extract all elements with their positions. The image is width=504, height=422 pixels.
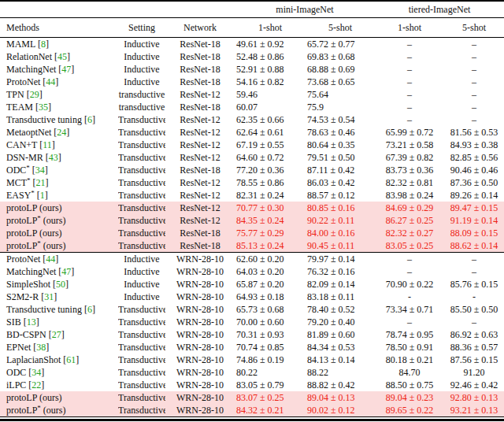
method-cell: MCT* [21]	[0, 176, 118, 189]
value-cell: 88.62 ± 0.14	[444, 239, 504, 253]
citation-link[interactable]: 35	[39, 102, 48, 113]
citation-link[interactable]: 47	[61, 64, 71, 75]
setting-cell: transductive	[118, 88, 165, 101]
citation-link[interactable]: 24	[57, 127, 66, 138]
dataset-group-header-row: mini-ImageNet tiered-ImageNet	[0, 1, 504, 18]
citation-link[interactable]: 44	[46, 254, 55, 265]
value-cell: 83.05 ± 0.25	[375, 239, 444, 253]
method-cell: protoLP* (ours)	[0, 404, 118, 417]
method-cell: ODC* [34]	[0, 164, 118, 176]
citation-link[interactable]: 43	[49, 152, 58, 163]
setting-cell: Transductive	[118, 404, 165, 417]
value-cell: 80.85 ± 0.16	[306, 202, 375, 214]
setting-cell: Transductive	[118, 214, 165, 227]
value-cell: 70.74 ± 0.85	[235, 341, 306, 354]
citation-link[interactable]: 34	[35, 165, 45, 176]
col-header-network: Network	[165, 18, 235, 38]
setting-cell: Inductive	[118, 278, 165, 291]
citation-link[interactable]: 31	[44, 291, 54, 302]
citation-link[interactable]: 27	[52, 329, 61, 340]
value-cell: –	[444, 76, 504, 88]
setting-cell: Transductive	[118, 391, 165, 404]
value-cell: 92.80 ± 0.13	[444, 391, 504, 404]
value-cell: 83.73 ± 0.36	[375, 164, 444, 176]
citation-link[interactable]: 1	[40, 190, 45, 201]
value-cell: 64.03 ± 0.20	[235, 265, 306, 278]
table-row: protoLP* (ours)TransductiveResNet-1885.1…	[0, 239, 504, 253]
value-cell: 84.93 ± 0.38	[444, 139, 504, 151]
setting-cell: Transductive	[118, 164, 165, 176]
citation-link[interactable]: 6	[87, 304, 92, 315]
value-cell: 87.36 ± 0.50	[444, 176, 504, 189]
column-header-row: Methods Setting Network 1-shot 5-shot 1-…	[0, 18, 504, 38]
citation-link[interactable]: 50	[56, 279, 65, 290]
citation-link[interactable]: 22	[32, 379, 41, 391]
value-cell: 90.45 ± 0.11	[306, 239, 375, 253]
value-cell: 77.20 ± 0.36	[235, 164, 306, 176]
value-cell: –	[444, 316, 504, 328]
method-cell: Transductive tuning [6]	[0, 113, 118, 126]
citation-link[interactable]: 34	[32, 367, 41, 378]
value-cell: 54.16 ± 0.82	[235, 76, 306, 88]
value-cell: 60.07	[235, 101, 306, 113]
method-cell: EASY* [1]	[0, 189, 118, 202]
table-row: ProtoNet [44]InductiveResNet-1854.16 ± 0…	[0, 76, 504, 88]
citation-link[interactable]: 38	[36, 342, 46, 353]
table-row: MatchingNet [47]InductiveWRN-28-1064.03 …	[0, 265, 504, 278]
network-cell: ResNet-12	[165, 202, 235, 214]
value-cell: –	[444, 63, 504, 76]
citation-link[interactable]: 6	[87, 114, 92, 125]
setting-cell: Inductive	[118, 76, 165, 88]
results-table: mini-ImageNet tiered-ImageNet Methods Se…	[0, 0, 504, 417]
citation-link[interactable]: 45	[57, 51, 67, 62]
value-cell: –	[444, 253, 504, 266]
value-cell: 85.13 ± 0.24	[235, 239, 306, 253]
method-cell: S2M2-R [31]	[0, 291, 118, 303]
setting-cell: Transductive	[118, 239, 165, 253]
method-cell: BD-CSPN [27]	[0, 328, 118, 341]
value-cell: 88.50 ± 0.75	[375, 379, 444, 391]
network-cell: ResNet-12	[165, 126, 235, 139]
value-cell: 68.88 ± 0.69	[306, 63, 375, 76]
method-cell: Transductive tuning [6]	[0, 303, 118, 316]
value-cell: 73.21 ± 0.58	[375, 139, 444, 151]
value-cell: –	[444, 113, 504, 126]
value-cell: 84.35 ± 0.24	[235, 214, 306, 227]
method-cell: LaplacianShot [61]	[0, 354, 118, 366]
network-cell: ResNet-12	[165, 151, 235, 164]
method-cell: DSN-MR [43]	[0, 151, 118, 164]
citation-link[interactable]: 13	[27, 316, 36, 328]
value-cell: 84.70	[375, 366, 444, 379]
citation-link[interactable]: 21	[36, 177, 46, 188]
network-cell: ResNet-18	[165, 101, 235, 113]
method-cell: SimpleShot [50]	[0, 278, 118, 291]
value-cell: –	[375, 101, 444, 113]
table-row: TPN [29]transductiveResNet-1259.4675.64–…	[0, 88, 504, 101]
citation-link[interactable]: 29	[30, 89, 39, 100]
col-header-tiered-5shot: 5-shot	[444, 18, 504, 38]
value-cell: 88.09 ± 0.15	[444, 227, 504, 239]
value-cell: –	[444, 50, 504, 63]
citation-link[interactable]: 47	[61, 266, 71, 277]
table-row: protoLP* (ours)TransductiveWRN-28-1084.3…	[0, 404, 504, 417]
value-cell: –	[375, 253, 444, 266]
value-cell: 93.21 ± 0.13	[444, 404, 504, 417]
citation-link[interactable]: 44	[46, 76, 55, 87]
setting-cell: Transductive	[118, 366, 165, 379]
results-table-container: mini-ImageNet tiered-ImageNet Methods Se…	[0, 0, 504, 421]
value-cell: 87.11 ± 0.42	[306, 164, 375, 176]
value-cell: 65.73 ± 0.68	[235, 303, 306, 316]
network-cell: WRN-28-10	[165, 291, 235, 303]
value-cell: –	[444, 88, 504, 101]
value-cell: 90.22 ± 0.11	[306, 214, 375, 227]
network-cell: ResNet-12	[165, 113, 235, 126]
setting-cell: Inductive	[118, 253, 165, 266]
section-wrn-backbones: ProtoNet [44]InductiveWRN-28-1062.60 ± 0…	[0, 253, 504, 417]
citation-link[interactable]: 11	[43, 139, 52, 150]
citation-link[interactable]: 8	[41, 39, 46, 50]
table-row: TEAM [35]transductiveResNet-1860.0775.9–…	[0, 101, 504, 113]
method-cell: MatchingNet [47]	[0, 265, 118, 278]
citation-link[interactable]: 61	[66, 354, 76, 365]
setting-cell: Inductive	[118, 50, 165, 63]
value-cell: 91.20	[444, 366, 504, 379]
